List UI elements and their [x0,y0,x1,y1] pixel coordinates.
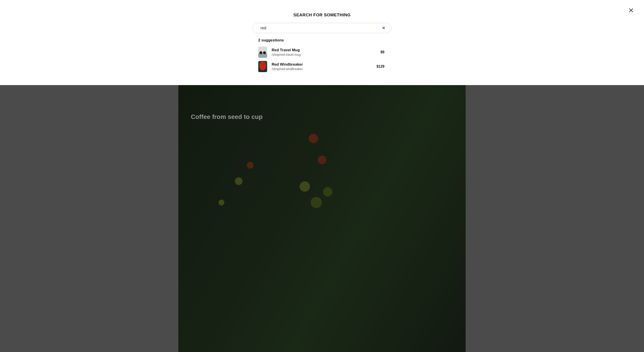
close-icon [628,8,634,13]
suggestion-text: Red Windbreaker /shop/red-windbreaker [272,62,372,71]
product-thumbnail [258,61,267,72]
suggestion-row[interactable]: Red Travel Mug /shop/red-travel-mug $9 [258,46,386,60]
suggestion-price: $9 [380,50,386,54]
suggestions-list: 2 suggestions Red Travel Mug /shop/red-t… [258,38,386,74]
search-input[interactable] [260,26,378,31]
page-backdrop: Coffee from seed to cup [0,85,644,352]
suggestion-price: $129 [376,65,386,69]
clear-search-button[interactable]: ✕ [381,25,387,31]
suggestions-count: 2 suggestions [258,38,386,43]
suggestion-path: /shop/red-travel-mug [272,53,376,57]
suggestion-path: /shop/red-windbreaker [272,67,372,71]
product-thumbnail [258,47,267,58]
search-overlay: SEARCH FOR SOMETHING ✕ 2 suggestions Red… [0,0,644,85]
suggestion-text: Red Travel Mug /shop/red-travel-mug [272,48,376,57]
suggestion-row[interactable]: Red Windbreaker /shop/red-windbreaker $1… [258,60,386,74]
hero-title: Coffee from seed to cup [191,113,262,121]
close-button[interactable] [628,7,634,14]
close-icon: ✕ [382,26,385,30]
search-field[interactable]: ✕ [253,23,391,33]
suggestion-title: Red Windbreaker [272,62,372,67]
suggestion-title: Red Travel Mug [272,48,376,52]
search-heading: SEARCH FOR SOMETHING [293,13,351,18]
hero-image: Coffee from seed to cup [178,85,466,352]
